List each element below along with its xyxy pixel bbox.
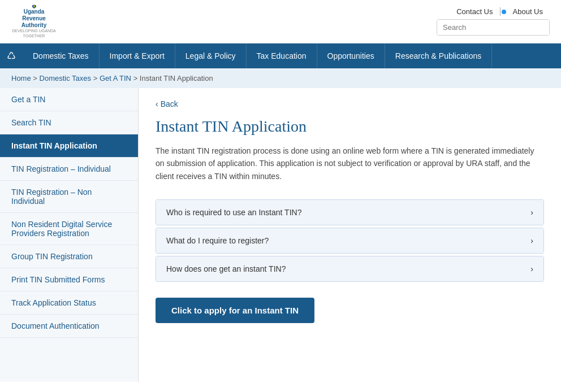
nav-legal-policy[interactable]: Legal & Policy: [175, 43, 247, 68]
site-header: URA Uganda Revenue Authority DEVELOPING …: [0, 0, 561, 43]
logo-box: URA Uganda Revenue Authority DEVELOPING …: [11, 5, 57, 38]
breadcrumb-sep-3: >: [133, 74, 140, 82]
sidebar-item-document-authentication[interactable]: Document Authentication: [0, 315, 138, 338]
sidebar-item-track-application[interactable]: Track Application Status: [0, 291, 138, 315]
breadcrumb-get-a-tin[interactable]: Get A TIN: [100, 74, 131, 82]
ura-logo-icon: URA: [19, 5, 50, 8]
accordion-who-required: Who is required to use an Instant TIN? ›: [156, 199, 544, 225]
logo-area: URA Uganda Revenue Authority DEVELOPING …: [11, 5, 57, 38]
nav-domestic-taxes[interactable]: Domestic Taxes: [23, 43, 100, 68]
breadcrumb-home[interactable]: Home: [11, 74, 31, 82]
accordion-header-who-required[interactable]: Who is required to use an Instant TIN? ›: [156, 200, 543, 225]
accessibility-button[interactable]: ♺: [0, 44, 23, 68]
sidebar-item-tin-individual[interactable]: TIN Registration – Individual: [0, 158, 138, 181]
accordion-chevron-icon-2: ›: [530, 264, 533, 273]
nav-import-export[interactable]: Import & Export: [100, 43, 175, 68]
sidebar-item-get-a-tin[interactable]: Get a TIN: [0, 88, 138, 111]
sidebar: Get a TIN Search TIN Instant TIN Applica…: [0, 88, 139, 382]
accordion-label-who-required: Who is required to use an Instant TIN?: [166, 208, 301, 217]
breadcrumb-domestic-taxes[interactable]: Domestic Taxes: [40, 74, 92, 82]
nav-research-publications[interactable]: Research & Publications: [385, 43, 493, 68]
breadcrumb: Home > Domestic Taxes > Get A TIN > Inst…: [0, 68, 561, 88]
header-right: Contact Us About Us: [437, 7, 550, 36]
main-layout: Get a TIN Search TIN Instant TIN Applica…: [0, 88, 561, 382]
apply-instant-tin-button[interactable]: Click to apply for an Instant TIN: [156, 298, 314, 323]
accordion-header-what-required[interactable]: What do I require to register? ›: [156, 228, 543, 253]
sidebar-item-instant-tin[interactable]: Instant TIN Application: [0, 134, 138, 158]
accordion-header-how-to-get[interactable]: How does one get an instant TIN? ›: [156, 256, 543, 281]
header-links: Contact Us About Us: [450, 7, 550, 16]
sidebar-item-search-tin[interactable]: Search TIN: [0, 111, 138, 134]
sidebar-item-group-tin[interactable]: Group TIN Registration: [0, 245, 138, 268]
search-box: [437, 19, 550, 36]
accordion-label-what-required: What do I require to register?: [166, 236, 269, 245]
page-description: The instant TIN registration process is …: [156, 145, 544, 182]
contact-us-link[interactable]: Contact Us: [450, 7, 500, 16]
breadcrumb-sep-2: >: [93, 74, 100, 82]
back-chevron-icon: ‹: [156, 99, 158, 108]
search-input[interactable]: [437, 20, 549, 35]
accordion-chevron-icon-1: ›: [530, 236, 533, 245]
breadcrumb-sep-1: >: [33, 74, 39, 82]
nav-opportunities[interactable]: Opportunities: [317, 43, 385, 68]
sidebar-item-print-tin[interactable]: Print TIN Submitted Forms: [0, 268, 138, 291]
sidebar-item-tin-non-individual[interactable]: TIN Registration – Non Individual: [0, 181, 138, 213]
back-link[interactable]: ‹ Back: [156, 99, 544, 108]
sidebar-item-non-resident-digital[interactable]: Non Resident Digital Service Providers R…: [0, 213, 138, 245]
main-nav: ♺ Domestic Taxes Import & Export Legal &…: [0, 43, 561, 68]
notification-dot: [502, 10, 506, 14]
accordion-label-how-to-get: How does one get an instant TIN?: [166, 264, 286, 273]
back-label: Back: [161, 99, 178, 108]
accordion-how-to-get: How does one get an instant TIN? ›: [156, 256, 544, 282]
nav-tax-education[interactable]: Tax Education: [247, 43, 317, 68]
accordion-what-required: What do I require to register? ›: [156, 228, 544, 254]
page-title: Instant TIN Application: [156, 117, 544, 136]
svg-point-3: [33, 5, 34, 6]
breadcrumb-current: Instant TIN Application: [140, 74, 213, 82]
accordion-chevron-icon-0: ›: [530, 208, 533, 217]
main-content: ‹ Back Instant TIN Application The insta…: [139, 88, 561, 382]
about-us-link[interactable]: About Us: [506, 7, 550, 16]
logo-tagline: Uganda Revenue Authority DEVELOPING UGAN…: [11, 8, 57, 38]
